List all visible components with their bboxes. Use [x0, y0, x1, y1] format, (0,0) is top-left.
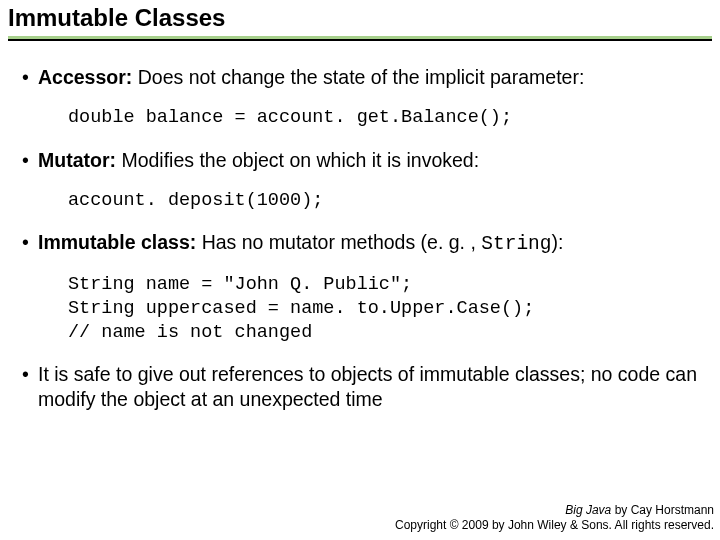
immutable-text-b: ):: [552, 231, 564, 253]
bullet-immutable: • Immutable class: Has no mutator method…: [22, 230, 698, 257]
bullet-text: Immutable class: Has no mutator methods …: [38, 230, 698, 257]
title-block: Immutable Classes: [0, 0, 720, 41]
footer: Big Java by Cay Horstmann Copyright © 20…: [395, 503, 714, 534]
safe-text: It is safe to give out references to obj…: [38, 362, 698, 412]
footer-copyright: Copyright © 2009 by John Wiley & Sons. A…: [395, 518, 714, 534]
bullet-dot: •: [22, 65, 38, 90]
immutable-inline-code: String: [481, 233, 551, 255]
immutable-text-a: Has no mutator methods (e. g. ,: [196, 231, 481, 253]
code-mutator: account. deposit(1000);: [22, 179, 698, 231]
bullet-dot: •: [22, 230, 38, 257]
mutator-text: Modifies the object on which it is invok…: [116, 149, 479, 171]
bullet-accessor: • Accessor: Does not change the state of…: [22, 65, 698, 90]
immutable-label: Immutable class:: [38, 231, 196, 253]
code-accessor: double balance = account. get.Balance();: [22, 96, 698, 148]
accessor-text: Does not change the state of the implici…: [132, 66, 584, 88]
mutator-label: Mutator:: [38, 149, 116, 171]
bullet-mutator: • Mutator: Modifies the object on which …: [22, 148, 698, 173]
bullet-safe: • It is safe to give out references to o…: [22, 362, 698, 412]
bullet-dot: •: [22, 148, 38, 173]
slide: Immutable Classes • Accessor: Does not c…: [0, 0, 720, 540]
book-title: Big Java: [565, 503, 611, 517]
footer-line1: Big Java by Cay Horstmann: [395, 503, 714, 519]
slide-content: • Accessor: Does not change the state of…: [0, 41, 720, 412]
accessor-label: Accessor:: [38, 66, 132, 88]
bullet-text: Accessor: Does not change the state of t…: [38, 65, 698, 90]
book-author: by Cay Horstmann: [611, 503, 714, 517]
bullet-text: Mutator: Modifies the object on which it…: [38, 148, 698, 173]
slide-title: Immutable Classes: [8, 4, 712, 34]
bullet-dot: •: [22, 362, 38, 412]
code-immutable: String name = "John Q. Public"; String u…: [22, 263, 698, 362]
